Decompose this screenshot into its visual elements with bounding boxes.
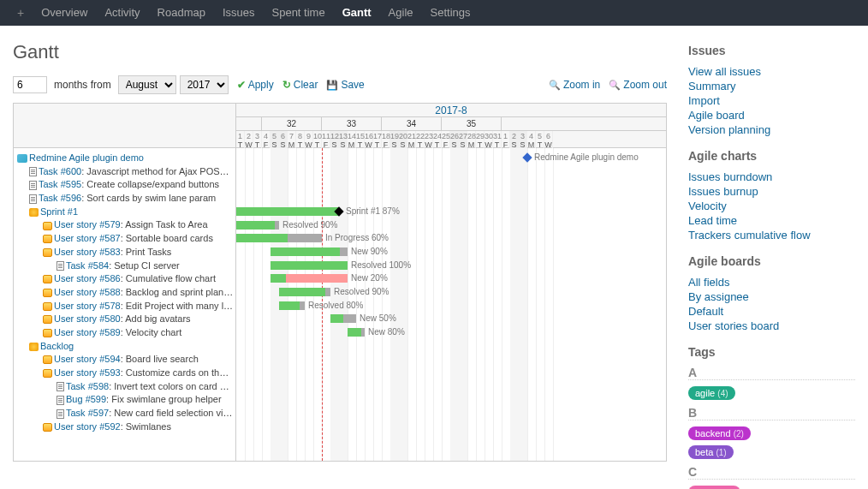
day-cell: 28M xyxy=(467,131,476,148)
issue-link[interactable]: User story #587 xyxy=(54,233,121,243)
issue-link[interactable]: User story #593 xyxy=(54,367,121,378)
issue-link[interactable]: Bug #599 xyxy=(66,394,106,404)
issue-link[interactable]: Task #598 xyxy=(66,381,109,391)
issue-link[interactable]: User story #588 xyxy=(54,287,121,297)
bar-label: In Progress 60% xyxy=(325,233,389,242)
bar-label: New 50% xyxy=(360,313,396,323)
gantt-bar[interactable] xyxy=(279,288,330,296)
zoom-out-button[interactable]: Zoom out xyxy=(609,79,667,91)
tree-row: Task #600: Javascript method for Ajax PO… xyxy=(15,165,234,179)
save-button[interactable]: Save xyxy=(326,79,364,91)
sidebar-issues-link[interactable]: Import xyxy=(688,94,720,107)
issue-link[interactable]: Task #600 xyxy=(39,166,81,176)
issue-link[interactable]: Sprint #1 xyxy=(40,206,78,217)
sidebar-boards-link[interactable]: All fields xyxy=(688,276,729,289)
gantt-bar[interactable] xyxy=(236,221,279,230)
top-nav: + OverviewActivityRoadmapIssuesSpent tim… xyxy=(0,0,868,26)
months-input[interactable] xyxy=(13,76,47,93)
months-from-label: months from xyxy=(54,79,111,91)
sidebar-boards-link[interactable]: User stories board xyxy=(688,319,779,332)
sidebar-charts-link[interactable]: Issues burndown xyxy=(688,170,772,183)
issue-link[interactable]: User story #578 xyxy=(54,301,121,311)
sidebar-charts-link[interactable]: Velocity xyxy=(688,200,727,212)
issue-link[interactable]: Task #584 xyxy=(66,260,109,271)
tree-row: Task #595: Create collapse/expand button… xyxy=(15,178,234,192)
gantt-bar[interactable] xyxy=(236,234,322,242)
tree-row: Sprint #1 xyxy=(15,206,234,219)
sidebar-issues-link[interactable]: Agile board xyxy=(688,109,745,122)
milestone-diamond[interactable] xyxy=(522,152,532,162)
add-icon[interactable]: + xyxy=(9,6,33,20)
gantt-bar[interactable] xyxy=(271,274,348,283)
issue-link[interactable]: User story #580 xyxy=(54,313,121,324)
issue-link[interactable]: Task #596 xyxy=(39,193,81,203)
issue-subject: New card field selection view xyxy=(114,408,234,418)
tag-charts[interactable]: charts (2) xyxy=(688,486,740,489)
issue-subject: Backlog and sprint planning xyxy=(126,287,234,297)
sidebar-issues-link[interactable]: Summary xyxy=(688,80,736,92)
bar-label: Resolved 100% xyxy=(351,260,411,270)
day-cell: 4F xyxy=(262,131,271,148)
sidebar-charts-link[interactable]: Trackers cumulative flow xyxy=(688,229,811,242)
bar-label: Resolved 90% xyxy=(282,220,337,230)
tree-row: Bug #599: Fix swimlane group helper xyxy=(15,393,234,407)
nav-settings[interactable]: Settings xyxy=(422,6,479,19)
issue-link[interactable]: User story #592 xyxy=(54,421,121,432)
week-cell: 32 xyxy=(262,117,322,130)
gantt-bar[interactable] xyxy=(279,301,305,310)
sidebar-charts-link[interactable]: Issues burnup xyxy=(688,185,758,198)
gantt-bar[interactable] xyxy=(271,261,348,270)
year-select[interactable]: 2017 xyxy=(180,75,229,94)
issue-subject: Board live search xyxy=(126,354,199,364)
zoom-in-button[interactable]: Zoom in xyxy=(549,79,600,91)
issue-link[interactable]: User story #583 xyxy=(54,247,121,257)
issue-link[interactable]: User story #586 xyxy=(54,273,121,283)
story-icon xyxy=(43,423,52,432)
issue-link[interactable]: User story #594 xyxy=(54,354,121,364)
issue-subject: Swimlanes xyxy=(126,421,171,432)
sidebar-charts-link[interactable]: Lead time xyxy=(688,214,737,227)
issue-link[interactable]: User story #589 xyxy=(54,327,121,337)
gantt-bar[interactable] xyxy=(330,314,356,323)
issue-link[interactable]: Redmine Agile plugin demo xyxy=(29,152,144,163)
issue-link[interactable]: Backlog xyxy=(40,341,74,351)
nav-issues[interactable]: Issues xyxy=(214,6,264,19)
sidebar-issues-link[interactable]: Version planning xyxy=(688,123,770,136)
issue-link[interactable]: Task #595 xyxy=(39,179,81,189)
month-select[interactable]: August xyxy=(118,75,176,94)
tag-beta[interactable]: beta (1) xyxy=(688,445,734,459)
issue-link[interactable]: Task #597 xyxy=(66,408,109,418)
issue-subject: Create collapse/expand buttons xyxy=(86,179,219,189)
bar-label: New 20% xyxy=(351,273,388,283)
sidebar-boards-link[interactable]: By assignee xyxy=(688,290,749,303)
apply-button[interactable]: ✔Apply xyxy=(237,79,274,91)
day-cell: 2S xyxy=(510,131,519,148)
zoom-in-icon xyxy=(549,79,561,91)
gantt-timeline-pane: 2017-8 32333435 1T2W3T4F5S6S7M8T9W10T11F… xyxy=(236,104,666,461)
sidebar-boards-link[interactable]: Default xyxy=(688,305,723,318)
day-cell: 6S xyxy=(279,131,288,148)
sidebar-issues-link[interactable]: View all issues xyxy=(688,65,761,78)
tag-agile[interactable]: agile (4) xyxy=(688,386,735,400)
issue-link[interactable]: User story #579 xyxy=(54,219,121,230)
nav-roadmap[interactable]: Roadmap xyxy=(149,6,214,19)
nav-gantt[interactable]: Gantt xyxy=(334,6,380,19)
timeline-month[interactable]: 2017-8 xyxy=(236,104,666,117)
day-cell: 20S xyxy=(399,131,407,148)
gantt-bar[interactable] xyxy=(271,247,348,256)
tag-backend[interactable]: backend (2) xyxy=(688,426,751,440)
nav-spent-time[interactable]: Spent time xyxy=(264,6,334,19)
issue-subject: Fix swimlane group helper xyxy=(111,394,221,404)
nav-overview[interactable]: Overview xyxy=(33,6,96,19)
issue-subject: Edit Project with many lines. How … xyxy=(126,301,234,311)
gantt-bar[interactable] xyxy=(348,328,365,337)
issue-subject: Add big avatars xyxy=(125,313,190,324)
day-cell: 14M xyxy=(348,131,356,148)
tree-row: User story #583: Print Tasks xyxy=(15,246,234,259)
nav-agile[interactable]: Agile xyxy=(380,6,422,19)
nav-activity[interactable]: Activity xyxy=(96,6,148,19)
clear-button[interactable]: Clear xyxy=(282,79,318,91)
tree-row: Task #598: Invert text colors on card se… xyxy=(15,380,234,394)
tag-letter: C xyxy=(688,465,855,480)
gantt-bar[interactable] xyxy=(236,207,339,216)
